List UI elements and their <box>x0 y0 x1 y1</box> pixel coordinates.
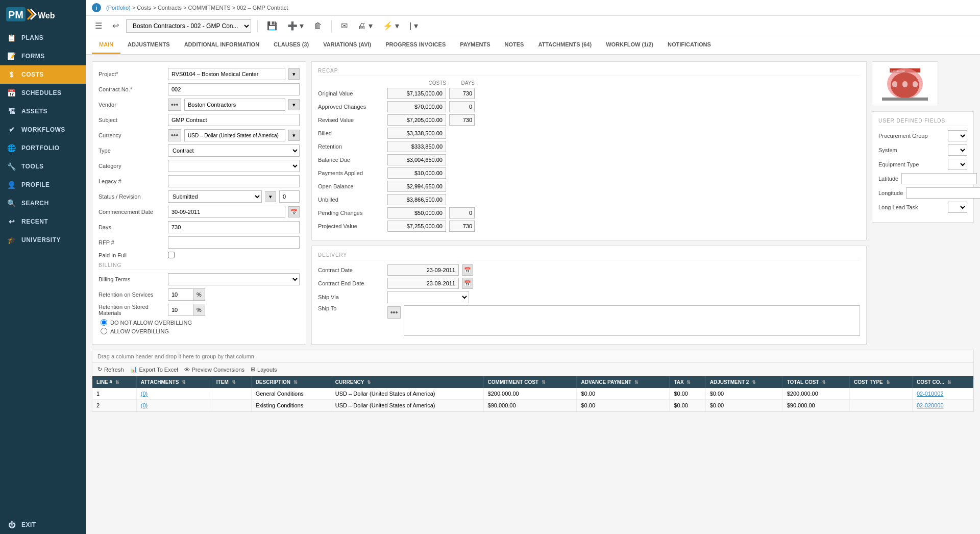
category-select[interactable] <box>168 160 300 172</box>
save-button[interactable]: 💾 <box>264 19 280 33</box>
col-advance-payment[interactable]: ADVANCE PAYMENT ⇅ <box>577 376 670 388</box>
currency-dropdown-btn[interactable]: ▾ <box>288 130 300 141</box>
sidebar-item-profile[interactable]: 👤 Profile <box>0 176 86 194</box>
tab-main[interactable]: Main <box>92 36 120 54</box>
breadcrumb-portfolio[interactable]: (Portfolio) <box>106 5 131 11</box>
recap-costs-1[interactable] <box>387 101 446 112</box>
subject-input[interactable] <box>168 114 300 126</box>
rfp-input[interactable] <box>168 236 300 249</box>
vendor-input[interactable] <box>184 99 285 111</box>
vendor-more-btn[interactable]: ••• <box>168 99 181 111</box>
tab-notes[interactable]: Notes <box>498 36 531 54</box>
status-revision-input[interactable] <box>279 190 300 203</box>
cell-costcode-0[interactable]: 02-010002 <box>912 388 973 400</box>
col-currency[interactable]: CURRENCY ⇅ <box>331 376 483 388</box>
legacy-input[interactable] <box>168 175 300 187</box>
tab-payments[interactable]: Payments <box>453 36 497 54</box>
recap-costs-10[interactable] <box>387 221 446 232</box>
undo-button[interactable]: ↩ <box>109 19 122 33</box>
add-button[interactable]: ➕ ▾ <box>284 19 307 33</box>
col-description[interactable]: DESCRIPTION ⇅ <box>251 376 331 388</box>
tab-variations[interactable]: Variations (AVI) <box>316 36 378 54</box>
project-input[interactable] <box>168 68 285 80</box>
recap-days-2[interactable] <box>449 114 475 126</box>
status-select[interactable]: Submitted <box>168 190 262 203</box>
cell-attachments-1[interactable]: (0) <box>136 400 212 411</box>
lightning-button[interactable]: ⚡ ▾ <box>380 19 402 33</box>
recap-days-10[interactable] <box>449 221 475 232</box>
sidebar-item-schedules[interactable]: 📅 Schedules <box>0 84 86 102</box>
recap-costs-4[interactable] <box>387 141 446 152</box>
currency-input[interactable] <box>184 129 285 141</box>
tab-notifications[interactable]: Notifications <box>660 36 718 54</box>
sidebar-item-recent[interactable]: ↩ Recent <box>0 212 86 231</box>
contract-end-cal-btn[interactable]: 📅 <box>462 278 473 289</box>
tab-attachments[interactable]: Attachments (64) <box>531 36 599 54</box>
tab-progress[interactable]: Progress Invoices <box>378 36 453 54</box>
col-tax[interactable]: TAX ⇅ <box>670 376 705 388</box>
preview-conversions-button[interactable]: 👁 Preview Conversions <box>184 366 244 373</box>
col-line[interactable]: LINE # ⇅ <box>92 376 136 388</box>
contract-date-cal-btn[interactable]: 📅 <box>462 264 473 276</box>
refresh-button[interactable]: ↻ Refresh <box>97 366 124 373</box>
contract-end-input[interactable] <box>387 278 459 289</box>
record-selector[interactable]: Boston Contractors - 002 - GMP Con... <box>126 19 251 33</box>
sidebar-item-assets[interactable]: 🏗 Assets <box>0 102 86 120</box>
recap-costs-2[interactable] <box>387 114 446 126</box>
col-adjustment2[interactable]: ADJUSTMENT 2 ⇅ <box>705 376 782 388</box>
project-dropdown-btn[interactable]: ▾ <box>288 68 300 80</box>
status-dropdown-btn[interactable]: ▾ <box>265 191 276 202</box>
delete-button[interactable]: 🗑 <box>311 19 325 33</box>
recap-costs-3[interactable] <box>387 128 446 139</box>
sidebar-item-exit[interactable]: ⏻ Exit <box>0 516 86 534</box>
sidebar-item-university[interactable]: 🎓 University <box>0 231 86 249</box>
tab-additional[interactable]: Additional Information <box>177 36 266 54</box>
contract-no-input[interactable] <box>168 83 300 95</box>
contract-date-input[interactable] <box>387 264 459 276</box>
col-item[interactable]: ITEM ⇅ <box>212 376 251 388</box>
recap-days-1[interactable] <box>449 101 475 112</box>
ship-to-more-btn[interactable]: ••• <box>387 306 401 319</box>
info-icon[interactable]: i <box>92 3 101 12</box>
retention-materials-input[interactable] <box>168 304 193 316</box>
sidebar-item-workflows[interactable]: ✔ Workflows <box>0 120 86 139</box>
col-cost-code[interactable]: COST CO... ⇅ <box>912 376 973 388</box>
recap-costs-7[interactable] <box>387 181 446 192</box>
udf-select-0[interactable] <box>948 130 967 141</box>
type-select[interactable]: Contract <box>168 144 300 157</box>
pipe-button[interactable]: | ▾ <box>406 19 421 33</box>
col-commitment-cost[interactable]: COMMITMENT COST ⇅ <box>483 376 577 388</box>
recap-costs-6[interactable] <box>387 167 446 179</box>
commencement-input[interactable] <box>168 206 285 218</box>
ship-via-select[interactable] <box>387 291 469 303</box>
overbilling-yes-radio[interactable] <box>101 328 107 334</box>
sidebar-item-tools[interactable]: 🔧 Tools <box>0 157 86 176</box>
udf-select-5[interactable] <box>948 202 967 213</box>
ship-to-textarea[interactable] <box>404 305 860 336</box>
tab-clauses[interactable]: Clauses (3) <box>266 36 316 54</box>
sidebar-item-costs[interactable]: $ Costs <box>0 65 86 84</box>
recap-costs-9[interactable] <box>387 207 446 219</box>
tab-adjustments[interactable]: Adjustments <box>120 36 177 54</box>
print-button[interactable]: 🖨 ▾ <box>355 19 375 33</box>
tab-workflow[interactable]: Workflow (1/2) <box>599 36 660 54</box>
recap-costs-8[interactable] <box>387 194 446 205</box>
recap-costs-5[interactable] <box>387 154 446 165</box>
days-input[interactable] <box>168 221 300 233</box>
currency-more-btn[interactable]: ••• <box>168 129 181 141</box>
paid-in-full-checkbox[interactable] <box>168 252 175 258</box>
sidebar-item-forms[interactable]: 📝 Forms <box>0 47 86 65</box>
udf-input-3[interactable] <box>901 173 977 184</box>
billing-terms-select[interactable] <box>168 273 300 285</box>
commencement-calendar-btn[interactable]: 📅 <box>288 206 300 217</box>
sidebar-item-search[interactable]: 🔍 Search <box>0 194 86 212</box>
udf-select-1[interactable] <box>948 144 967 156</box>
overbilling-no-radio[interactable] <box>101 319 107 326</box>
retention-services-input[interactable] <box>168 288 193 301</box>
list-view-button[interactable]: ☰ <box>92 19 105 33</box>
layouts-button[interactable]: ⊞ Layouts <box>251 366 277 373</box>
sidebar-item-plans[interactable]: 📋 Plans <box>0 29 86 47</box>
recap-days-0[interactable] <box>449 88 475 99</box>
recap-days-9[interactable] <box>449 207 475 219</box>
recap-costs-0[interactable] <box>387 88 446 99</box>
